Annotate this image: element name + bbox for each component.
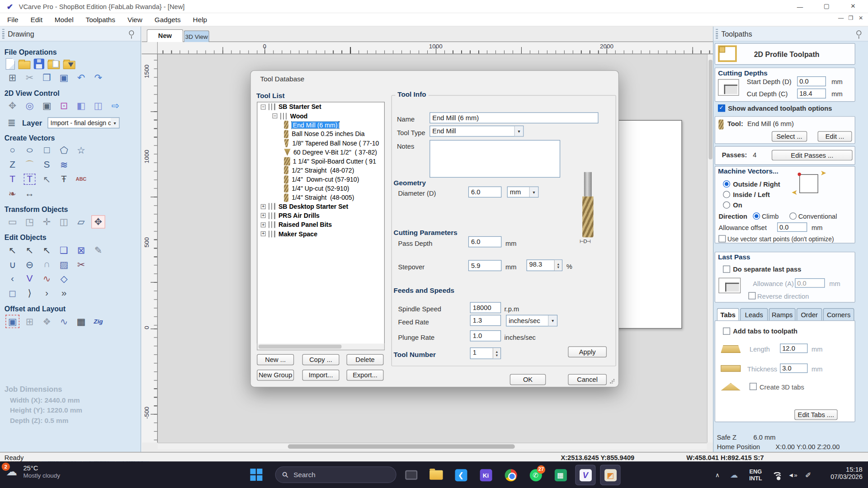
hatch-fill-icon[interactable]: ▨: [57, 258, 71, 271]
tree-item-label[interactable]: Maker Space: [278, 230, 317, 237]
dimension-icon[interactable]: ↔: [23, 187, 37, 200]
notes-textarea[interactable]: [429, 140, 560, 178]
ungroup-objects-icon[interactable]: ⊠: [74, 244, 88, 257]
copy-icon[interactable]: ❐: [40, 71, 54, 84]
draw-circle-icon[interactable]: ○: [5, 144, 19, 157]
tree-scrollbar[interactable]: [257, 343, 385, 350]
edit-tool-button[interactable]: Edit ...: [818, 131, 852, 141]
scale-selection-icon[interactable]: ◳: [23, 215, 37, 228]
fit-curve-icon[interactable]: ∿: [40, 272, 54, 285]
close-vector-icon[interactable]: ◻: [5, 286, 19, 300]
tree-item-label[interactable]: 1 1/4" Spoil-Board Cutter ( 91: [293, 158, 376, 165]
new-group-button[interactable]: New Group: [257, 370, 294, 380]
tree-scroll-thumb[interactable]: [259, 345, 342, 349]
interactive-move-icon[interactable]: ↖: [40, 244, 54, 257]
zoom-selection-icon[interactable]: ⊡: [57, 99, 71, 112]
open-file-icon[interactable]: [18, 61, 30, 69]
undo-icon[interactable]: ↶: [74, 71, 88, 84]
open-app-icon[interactable]: ◩: [600, 465, 620, 485]
layout-view-icon[interactable]: ◫: [91, 99, 105, 112]
intersect-vectors-icon[interactable]: ∩: [40, 258, 54, 271]
outside-right-radio[interactable]: [723, 180, 730, 188]
cancel-button[interactable]: Cancel: [568, 374, 607, 385]
tree-item-label[interactable]: 1/4" Up-cut (52-910): [292, 185, 349, 192]
language-switcher[interactable]: ENGINTL: [746, 461, 765, 488]
tree-item[interactable]: 60 Degree V-Bit 1/2" ( 37-82): [257, 148, 384, 157]
tree-item-label[interactable]: Raised Panel Bits: [278, 221, 332, 228]
diameter-units-select[interactable]: mm: [507, 187, 539, 197]
tree-item[interactable]: 1/8" Tapered Ball Nose ( 77-10: [257, 139, 384, 148]
task-view-icon[interactable]: [401, 465, 421, 485]
draw-star-icon[interactable]: ☆: [74, 144, 88, 157]
tree-item-label[interactable]: 1/4" Down-cut (57-910): [292, 176, 359, 183]
save-file-icon[interactable]: [34, 59, 44, 69]
pin-icon[interactable]: [129, 30, 134, 35]
move-selection-icon[interactable]: ▭: [5, 215, 19, 228]
join-open-vectors-icon[interactable]: ⟩: [23, 286, 37, 300]
join-move-icon[interactable]: ›: [40, 286, 54, 300]
select-tool-button[interactable]: Select ...: [772, 131, 807, 141]
tree-item-label[interactable]: 1/4" Straight (48-005): [292, 194, 354, 201]
hscroll-thumb[interactable]: [288, 444, 515, 449]
mdi-restore-button[interactable]: ❐: [846, 15, 856, 21]
trim-vectors-icon[interactable]: ✂: [74, 258, 88, 271]
panel-grip[interactable]: [716, 29, 718, 39]
on-radio[interactable]: [723, 202, 730, 209]
diameter-input[interactable]: [468, 187, 501, 197]
delete-tool-button[interactable]: Delete: [347, 354, 384, 365]
zoom-drawing-icon[interactable]: ▣: [40, 99, 54, 112]
chrome-icon[interactable]: [500, 465, 521, 485]
layer-select[interactable]: Import - final design c: [47, 117, 119, 128]
fit-polyline-icon[interactable]: V: [23, 272, 37, 285]
clock[interactable]: 15:18 07/03/2026: [830, 466, 862, 480]
tree-item[interactable]: +PRS Air Drills: [257, 211, 384, 220]
menu-help[interactable]: Help: [193, 16, 207, 23]
draw-rectangle-icon[interactable]: □: [40, 144, 54, 157]
stepover-percent-spinner[interactable]: 98.3: [526, 259, 562, 271]
split-view-icon[interactable]: ◧: [74, 99, 88, 112]
tab-thickness-input[interactable]: 3.0: [780, 363, 807, 373]
menu-edit[interactable]: Edit: [31, 16, 42, 23]
inside-left-radio[interactable]: [723, 191, 730, 198]
copy-along-curve-icon[interactable]: ∿: [57, 315, 71, 328]
paste-icon[interactable]: ▣: [57, 71, 71, 84]
maximize-button[interactable]: ▢: [817, 0, 836, 13]
whatsapp-icon[interactable]: ✆27: [525, 465, 546, 485]
new-file-icon[interactable]: [5, 58, 15, 70]
tool-type-select[interactable]: End Mill: [429, 126, 524, 136]
create-3d-tabs-checkbox[interactable]: [750, 383, 757, 390]
tree-item-label[interactable]: 1/2" Straight (48-072): [292, 167, 354, 174]
tree-item-label[interactable]: 60 Degree V-Bit 1/2" ( 37-82): [293, 149, 377, 156]
copy-tool-button[interactable]: Copy ...: [302, 354, 340, 365]
wifi-icon[interactable]: [770, 461, 783, 488]
tree-item-label[interactable]: SB Starter Set: [278, 103, 321, 110]
onedrive-cloud-icon[interactable]: ☁: [728, 461, 739, 488]
start-button[interactable]: [250, 469, 262, 481]
stepover-input[interactable]: [468, 260, 501, 271]
switch-3d-view-icon[interactable]: ⇨: [108, 99, 123, 112]
tree-item-label[interactable]: SB Desktop Starter Set: [278, 203, 348, 210]
tab-3d-view[interactable]: 3D View: [184, 30, 209, 42]
vcarve-taskbar-icon[interactable]: V: [575, 465, 595, 485]
mdi-close-button[interactable]: ✕: [856, 15, 866, 21]
draw-texture-icon[interactable]: ≋: [57, 158, 71, 171]
tree-expander[interactable]: −: [272, 113, 277, 118]
array-copy-icon[interactable]: ⊞: [23, 315, 37, 328]
tree-item[interactable]: −SB Starter Set: [257, 103, 384, 112]
apply-button[interactable]: Apply: [568, 347, 607, 357]
tree-item[interactable]: +Maker Space: [257, 230, 384, 239]
file-explorer-icon[interactable]: [426, 465, 446, 485]
menu-file[interactable]: File: [7, 16, 19, 23]
tool-number-spinner[interactable]: 1: [470, 347, 501, 359]
search-input[interactable]: ⚲ Search: [275, 466, 396, 483]
start-points-checkbox[interactable]: [718, 235, 726, 242]
tree-item-label[interactable]: Ball Nose 0.25 inches Dia: [292, 131, 364, 137]
cut-icon[interactable]: ✂: [23, 71, 37, 84]
offset-vectors-icon[interactable]: ▣: [5, 315, 19, 328]
spinner-arrows-icon[interactable]: [493, 348, 500, 358]
ok-button[interactable]: OK: [510, 374, 546, 385]
export-tools-button[interactable]: Export...: [347, 370, 384, 380]
distort-object-icon[interactable]: ▱: [74, 215, 88, 228]
curve-fit-icon[interactable]: ✎: [91, 244, 105, 257]
tab-order[interactable]: Order: [797, 308, 822, 321]
